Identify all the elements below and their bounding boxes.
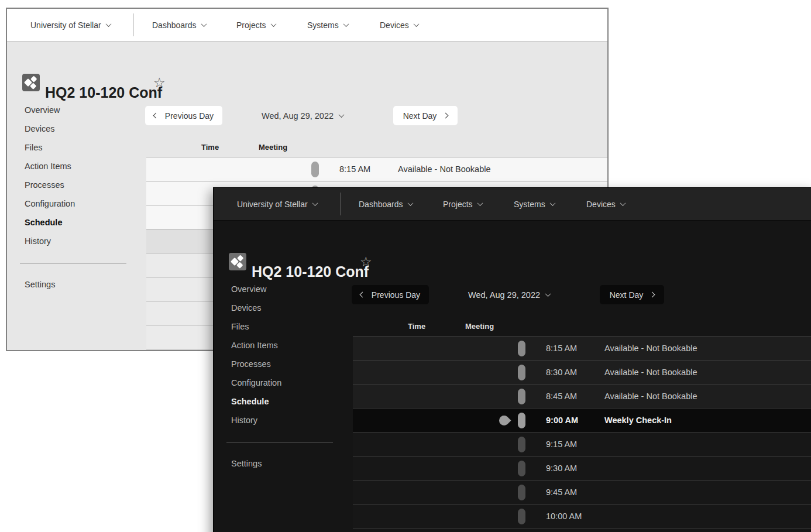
chevron-down-icon (105, 21, 111, 27)
schedule-row-945[interactable]: 9:45 AM (353, 480, 811, 504)
chevron-right-icon (650, 292, 655, 298)
schedule-row-830[interactable]: 8:30 AM Available - Not Bookable (353, 360, 811, 384)
row-meeting: Available - Not Bookable (604, 361, 697, 384)
chevron-down-icon (545, 291, 551, 297)
sidebar-item-configuration[interactable]: Configuration (25, 198, 75, 210)
sidebar-item-history[interactable]: History (231, 414, 257, 426)
row-meeting: Available - Not Bookable (604, 337, 697, 360)
chevron-down-icon (201, 21, 207, 27)
chevron-down-icon (339, 112, 345, 118)
nav-item-devices[interactable]: Devices (380, 9, 418, 41)
sidebar-item-processes[interactable]: Processes (25, 179, 64, 191)
sidebar-item-files[interactable]: Files (231, 321, 249, 332)
sidebar-item-files[interactable]: Files (25, 142, 43, 153)
schedule-row-930[interactable]: 9:30 AM (353, 456, 811, 480)
window-content: HQ2 10-120 Conf ☆ Overview Devices Files… (214, 221, 811, 532)
org-menu[interactable]: University of Stellar (237, 188, 317, 220)
previous-day-button[interactable]: Previous Day (145, 106, 222, 125)
page-title: HQ2 10-120 Conf (45, 83, 162, 102)
top-navbar: University of Stellar Dashboards Project… (7, 9, 607, 42)
chevron-down-icon (477, 200, 483, 206)
org-menu-label: University of Stellar (30, 20, 101, 30)
row-time: 8:15 AM (546, 337, 577, 360)
slot-pill-icon (518, 341, 525, 356)
favorite-star-icon[interactable]: ☆ (360, 253, 372, 270)
next-day-button[interactable]: Next Day (600, 285, 664, 304)
chevron-down-icon (549, 200, 555, 206)
slot-pill-icon (518, 485, 525, 500)
nav-item-label: Devices (586, 200, 616, 209)
nav-divider (133, 13, 134, 36)
nav-item-dashboards[interactable]: Dashboards (152, 9, 206, 41)
sidebar-item-devices[interactable]: Devices (25, 123, 55, 135)
sidebar-item-action-items[interactable]: Action Items (25, 160, 71, 172)
sidebar-item-settings[interactable]: Settings (25, 279, 55, 290)
row-time: 8:30 AM (546, 361, 577, 384)
sidebar-item-schedule[interactable]: Schedule (231, 396, 269, 407)
sidebar-item-settings[interactable]: Settings (231, 458, 262, 469)
chevron-left-icon (359, 292, 365, 298)
sidebar-item-overview[interactable]: Overview (25, 104, 60, 116)
nav-item-systems[interactable]: Systems (307, 9, 348, 41)
row-time: 8:45 AM (546, 385, 577, 408)
schedule-row-1000[interactable]: 10:00 AM (353, 504, 811, 528)
sidebar-item-overview[interactable]: Overview (231, 283, 266, 295)
active-meeting-indicator-icon (497, 413, 511, 427)
column-header-time: Time (201, 143, 219, 152)
chevron-down-icon (270, 21, 276, 27)
org-menu[interactable]: University of Stellar (30, 9, 111, 41)
schedule-row-915[interactable]: 9:15 AM (353, 432, 811, 456)
sidebar-item-processes[interactable]: Processes (231, 358, 271, 370)
room-logo-icon (22, 74, 40, 91)
chevron-down-icon (620, 200, 626, 206)
date-selector[interactable]: Wed, Aug 29, 2022 (439, 285, 579, 304)
row-time: 9:45 AM (546, 480, 577, 504)
schedule-row-815[interactable]: 8:15 AM Available - Not Bookable (353, 336, 811, 360)
desktop: University of Stellar Dashboards Project… (0, 0, 811, 532)
column-header-meeting: Meeting (259, 143, 287, 152)
slot-pill-icon (518, 389, 525, 404)
row-meeting: Available - Not Bookable (398, 157, 491, 181)
nav-item-systems[interactable]: Systems (514, 188, 555, 220)
chevron-down-icon (343, 21, 349, 27)
schedule-row-815[interactable]: 8:15 AM Available - Not Bookable (146, 157, 607, 181)
favorite-star-icon[interactable]: ☆ (153, 74, 166, 91)
nav-item-label: Dashboards (359, 200, 403, 209)
sidebar-divider (226, 442, 333, 443)
row-meeting: Weekly Check-In (604, 409, 672, 432)
nav-item-label: Systems (307, 20, 339, 30)
sidebar-item-configuration[interactable]: Configuration (231, 377, 281, 389)
room-schedule-window-dark: University of Stellar Dashboards Project… (213, 187, 811, 532)
page-title: HQ2 10-120 Conf (252, 262, 369, 282)
nav-item-dashboards[interactable]: Dashboards (359, 188, 413, 220)
sidebar-item-action-items[interactable]: Action Items (231, 339, 278, 351)
sidebar-item-schedule[interactable]: Schedule (25, 217, 62, 228)
schedule-row-845[interactable]: 8:45 AM Available - Not Bookable (353, 384, 811, 408)
date-label: Wed, Aug 29, 2022 (262, 111, 334, 121)
chevron-right-icon (443, 113, 449, 119)
row-time: 9:15 AM (546, 433, 577, 456)
sidebar-item-history[interactable]: History (25, 235, 51, 247)
nav-item-devices[interactable]: Devices (586, 188, 625, 220)
slot-pill-icon (311, 162, 319, 177)
column-header-time: Time (408, 322, 425, 331)
nav-item-label: Devices (380, 20, 409, 30)
previous-day-label: Previous Day (165, 111, 214, 121)
row-time: 9:00 AM (546, 409, 578, 432)
nav-item-projects[interactable]: Projects (443, 188, 482, 220)
date-label: Wed, Aug 29, 2022 (468, 290, 540, 300)
nav-item-label: Systems (514, 200, 545, 209)
row-time: 10:00 AM (546, 504, 582, 528)
slot-pill-icon (518, 365, 525, 380)
chevron-down-icon (312, 200, 318, 206)
column-header-meeting: Meeting (465, 322, 494, 331)
next-day-button[interactable]: Next Day (393, 106, 458, 125)
previous-day-label: Previous Day (372, 290, 420, 300)
schedule-table: 8:15 AM Available - Not Bookable 8:30 AM… (353, 336, 811, 528)
nav-item-projects[interactable]: Projects (236, 9, 276, 41)
schedule-row-900[interactable]: 9:00 AM Weekly Check-In (353, 408, 811, 432)
sidebar-item-devices[interactable]: Devices (231, 302, 262, 314)
date-selector[interactable]: Wed, Aug 29, 2022 (232, 106, 373, 125)
previous-day-button[interactable]: Previous Day (352, 285, 429, 304)
slot-pill-icon (518, 509, 525, 524)
